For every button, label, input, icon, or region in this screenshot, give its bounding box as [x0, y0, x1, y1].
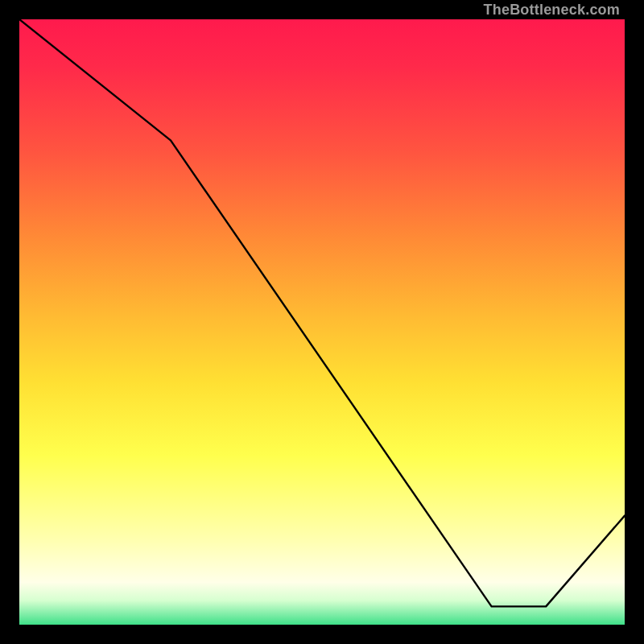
bottleneck-curve-path: [19, 19, 625, 606]
plot-area: [19, 19, 625, 625]
line-series: [19, 19, 625, 625]
chart-stage: TheBottleneck.com: [0, 0, 644, 644]
watermark-text: TheBottleneck.com: [484, 2, 620, 19]
